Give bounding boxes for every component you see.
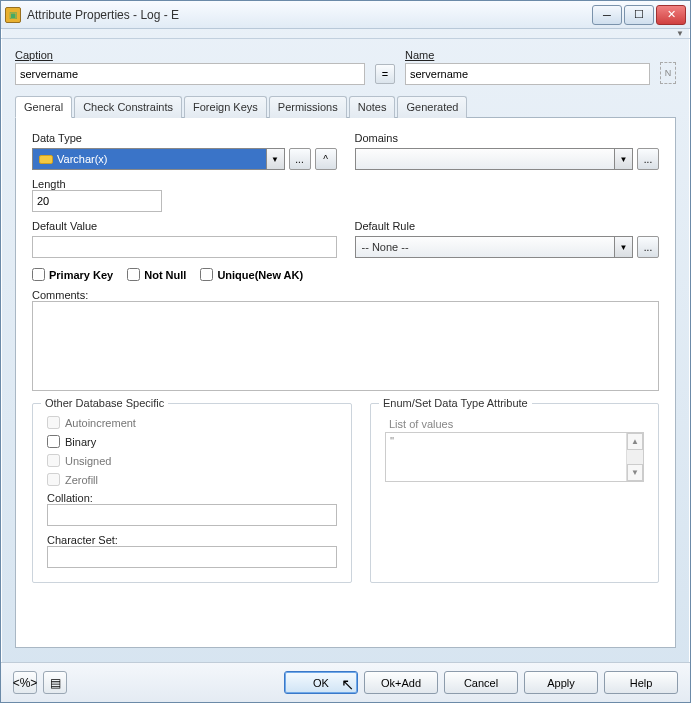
caption-input[interactable] (15, 63, 365, 85)
app-icon: ▣ (5, 7, 21, 23)
data-type-value: Varchar(x) (57, 153, 108, 165)
tab-permissions[interactable]: Permissions (269, 96, 347, 118)
comments-label: Comments: (32, 289, 88, 301)
enum-set-group: Enum/Set Data Type Attribute List of val… (370, 403, 659, 583)
collation-input[interactable] (47, 504, 337, 526)
footer: <%> ▤ OK Ok+Add Cancel Apply Help ↖ (1, 662, 690, 702)
default-rule-value: -- None -- (362, 241, 409, 253)
default-rule-label: Default Rule (355, 220, 660, 232)
equals-button[interactable]: = (375, 64, 395, 84)
ok-button[interactable]: OK (284, 671, 358, 694)
tab-notes[interactable]: Notes (349, 96, 396, 118)
maximize-button[interactable]: ☐ (624, 5, 654, 25)
help-button[interactable]: Help (604, 671, 678, 694)
list-of-values-first: '' (386, 433, 643, 449)
default-rule-browse-button[interactable]: ... (637, 236, 659, 258)
data-type-browse-button[interactable]: ... (289, 148, 311, 170)
other-database-specific-group: Other Database Specific Autoincrement Bi… (32, 403, 352, 583)
zerofill-checkbox: Zerofill (47, 473, 337, 486)
tab-generated[interactable]: Generated (397, 96, 467, 118)
length-label: Length (32, 178, 66, 190)
name-label: Name (405, 49, 650, 61)
collation-label: Collation: (47, 492, 93, 504)
charset-input[interactable] (47, 546, 337, 568)
window-title: Attribute Properties - Log - E (27, 8, 590, 22)
domains-label: Domains (355, 132, 660, 144)
toolbar-dropdown-strip[interactable]: ▼ (1, 29, 690, 39)
autoincrement-checkbox: Autoincrement (47, 416, 337, 429)
footer-tool-1-icon[interactable]: <%> (13, 671, 37, 694)
other-db-legend: Other Database Specific (41, 397, 168, 409)
data-type-up-button[interactable]: ^ (315, 148, 337, 170)
footer-tool-2-icon[interactable]: ▤ (43, 671, 67, 694)
binary-checkbox[interactable]: Binary (47, 435, 337, 448)
tab-general[interactable]: General (15, 96, 72, 118)
default-value-input[interactable] (32, 236, 337, 258)
tab-check-constraints[interactable]: Check Constraints (74, 96, 182, 118)
list-of-values-label: List of values (385, 416, 644, 432)
default-rule-combo[interactable]: -- None -- ▼ (355, 236, 634, 258)
tab-foreign-keys[interactable]: Foreign Keys (184, 96, 267, 118)
tabs: General Check Constraints Foreign Keys P… (15, 95, 676, 118)
varchar-icon (39, 155, 53, 164)
enum-legend: Enum/Set Data Type Attribute (379, 397, 532, 409)
domains-combo[interactable]: ▼ (355, 148, 634, 170)
minimize-button[interactable]: ─ (592, 5, 622, 25)
unsigned-checkbox: Unsigned (47, 454, 337, 467)
scrollbar[interactable]: ▲ ▼ (626, 433, 643, 481)
length-input[interactable] (32, 190, 162, 212)
domains-browse-button[interactable]: ... (637, 148, 659, 170)
tab-body-general: Data Type Varchar(x) ▼ ... ^ (15, 118, 676, 648)
name-extra-button[interactable]: N (660, 62, 676, 84)
apply-button[interactable]: Apply (524, 671, 598, 694)
default-value-label: Default Value (32, 220, 337, 232)
unique-checkbox[interactable]: Unique(New AK) (200, 268, 303, 281)
scroll-down-icon[interactable]: ▼ (627, 464, 643, 481)
comments-textarea[interactable] (32, 301, 659, 391)
cancel-button[interactable]: Cancel (444, 671, 518, 694)
ok-add-button[interactable]: Ok+Add (364, 671, 438, 694)
data-type-label: Data Type (32, 132, 337, 144)
close-button[interactable]: ✕ (656, 5, 686, 25)
chevron-down-icon[interactable]: ▼ (614, 237, 632, 257)
caption-label: Caption (15, 49, 365, 61)
primary-key-checkbox[interactable]: Primary Key (32, 268, 113, 281)
list-of-values-listbox[interactable]: '' ▲ ▼ (385, 432, 644, 482)
chevron-down-icon[interactable]: ▼ (614, 149, 632, 169)
charset-label: Character Set: (47, 534, 118, 546)
data-type-combo[interactable]: Varchar(x) ▼ (32, 148, 285, 170)
not-null-checkbox[interactable]: Not Null (127, 268, 186, 281)
name-input[interactable] (405, 63, 650, 85)
scroll-up-icon[interactable]: ▲ (627, 433, 643, 450)
titlebar: ▣ Attribute Properties - Log - E ─ ☐ ✕ (1, 1, 690, 29)
dialog-attribute-properties: ▣ Attribute Properties - Log - E ─ ☐ ✕ ▼… (0, 0, 691, 703)
chevron-down-icon[interactable]: ▼ (266, 149, 284, 169)
